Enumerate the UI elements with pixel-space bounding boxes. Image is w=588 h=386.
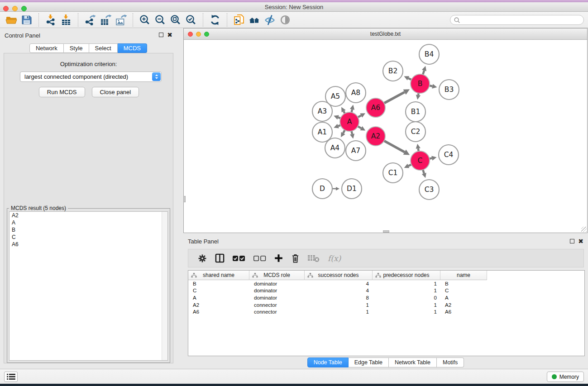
tab-style[interactable]: Style	[64, 43, 89, 53]
import-network-icon[interactable]	[43, 13, 58, 27]
show-all-icon[interactable]	[277, 13, 293, 27]
first-neighbors-icon[interactable]	[247, 13, 262, 27]
network-graph[interactable]: AA6A2BCA5A8A3A1A4A7B2B4B3B1C2C4C1C3DD1	[184, 40, 587, 233]
column-header-mcds-role[interactable]: MCDS role	[249, 271, 305, 280]
optimization-criterion-select[interactable]: largest connected component (directed)	[20, 71, 162, 82]
tab-node-table[interactable]: Node Table	[307, 357, 349, 367]
node-table[interactable]: shared nameMCDS rolesuccessor nodesprede…	[188, 270, 585, 356]
graph-node-B[interactable]: B	[411, 74, 430, 93]
mcds-result-item[interactable]: A	[10, 219, 167, 226]
minimize-window-icon[interactable]	[12, 6, 18, 11]
graph-node-A6[interactable]: A6	[366, 98, 385, 117]
tab-select[interactable]: Select	[89, 43, 118, 53]
desktop-bottom-strip	[0, 384, 588, 386]
mcds-result-list[interactable]: A2ABCA6	[9, 211, 168, 361]
mcds-result-item[interactable]: B	[10, 226, 167, 234]
graph-node-C1[interactable]: C1	[383, 163, 403, 183]
delete-column-icon[interactable]	[291, 252, 300, 265]
zoom-in-icon[interactable]	[137, 13, 153, 27]
export-image-icon[interactable]	[113, 13, 129, 27]
import-table-icon[interactable]	[58, 13, 74, 27]
function-builder-icon[interactable]: f(x)	[328, 254, 341, 263]
table-row[interactable]: Bdominator41B	[188, 280, 584, 287]
table-toolbar-icons	[194, 252, 323, 265]
float-panel-icon[interactable]	[159, 33, 163, 37]
column-header-shared-name[interactable]: shared name	[188, 271, 249, 280]
column-header-successor-nodes[interactable]: successor nodes	[305, 271, 373, 280]
mcds-result-item[interactable]: A2	[10, 212, 167, 219]
duplicate-network-icon[interactable]	[231, 13, 247, 27]
result-scrollbar[interactable]	[162, 212, 167, 360]
graph-node-B4[interactable]: B4	[419, 44, 439, 64]
graph-node-C[interactable]: C	[411, 151, 430, 170]
save-session-icon[interactable]	[19, 13, 34, 27]
add-column-icon[interactable]	[274, 252, 283, 265]
table-float-panel-icon[interactable]	[570, 239, 574, 243]
run-mcds-button[interactable]: Run MCDS	[39, 87, 85, 97]
graph-edge-A2-C[interactable]	[383, 140, 410, 155]
graph-node-A4[interactable]: A4	[325, 138, 345, 158]
settings-gear-icon[interactable]	[197, 252, 207, 265]
mcds-result-item[interactable]: C	[10, 234, 167, 241]
table-row[interactable]: Cdominator41C	[188, 287, 584, 295]
resize-grip-icon[interactable]	[581, 227, 587, 232]
graph-edge-A-A2[interactable]	[357, 126, 366, 130]
search-input[interactable]	[460, 16, 583, 24]
network-canvas[interactable]: AA6A2BCA5A8A3A1A4A7B2B4B3B1C2C4C1C3DD1	[184, 40, 587, 233]
table-close-panel-icon[interactable]: ✖	[578, 239, 583, 243]
zoom-fit-icon[interactable]	[168, 13, 183, 27]
table-row[interactable]: A2connector11A2	[188, 301, 584, 309]
network-window-titlebar[interactable]: testGlobe.txt	[184, 29, 587, 40]
network-close-icon[interactable]	[188, 32, 193, 37]
graph-node-A7[interactable]: A7	[346, 141, 366, 161]
memory-button[interactable]: Memory	[547, 372, 584, 382]
graph-node-A8[interactable]: A8	[346, 83, 366, 103]
zoom-window-icon[interactable]	[21, 6, 27, 11]
search-box[interactable]	[450, 15, 584, 25]
mcds-result-item[interactable]: A6	[10, 241, 167, 248]
close-panel-button[interactable]: Close panel	[92, 87, 139, 97]
graph-node-C2[interactable]: C2	[406, 122, 425, 142]
graph-node-B2[interactable]: B2	[383, 61, 403, 81]
network-zoom-icon[interactable]	[204, 32, 209, 37]
graph-edge-A6-B[interactable]	[383, 89, 410, 104]
zoom-selected-icon[interactable]	[183, 13, 199, 27]
deselect-all-icon[interactable]	[253, 252, 267, 265]
open-session-icon[interactable]	[4, 13, 19, 27]
show-columns-icon[interactable]	[215, 252, 225, 265]
graph-node-A1[interactable]: A1	[312, 122, 332, 142]
graph-node-A3[interactable]: A3	[312, 101, 332, 121]
tab-network[interactable]: Network	[29, 43, 64, 53]
graph-edge-B-B4[interactable]	[422, 66, 426, 76]
table-row[interactable]: Adominator80A	[188, 294, 584, 301]
column-header-name[interactable]: name	[440, 271, 487, 280]
panel-list-button[interactable]	[4, 372, 18, 382]
export-table-icon[interactable]	[98, 13, 113, 27]
table-row[interactable]: A6connector11A6	[188, 308, 584, 315]
graph-node-B1[interactable]: B1	[406, 102, 425, 122]
select-all-icon[interactable]	[232, 252, 246, 265]
graph-node-B3[interactable]: B3	[439, 80, 459, 100]
graph-node-C3[interactable]: C3	[419, 180, 439, 200]
tab-mcds[interactable]: MCDS	[118, 43, 147, 53]
tab-motifs[interactable]: Motifs	[437, 357, 464, 367]
column-header-predecessor-nodes[interactable]: predecessor nodes	[373, 271, 440, 280]
zoom-out-icon[interactable]	[153, 13, 168, 27]
export-network-icon[interactable]	[82, 13, 98, 27]
close-panel-icon[interactable]: ✖	[167, 33, 172, 37]
graph-node-D[interactable]: D	[312, 179, 332, 199]
tab-network-table[interactable]: Network Table	[389, 357, 437, 367]
horizontal-scrollbar-thumb[interactable]	[383, 230, 389, 233]
hide-selected-icon[interactable]	[262, 13, 277, 27]
graph-edge-A-A4[interactable]	[341, 129, 345, 138]
graph-node-C4[interactable]: C4	[439, 145, 459, 165]
graph-edge-A-A6[interactable]	[357, 113, 365, 118]
vertical-scrollbar-thumb[interactable]	[183, 196, 186, 202]
refresh-layout-icon[interactable]	[207, 13, 223, 27]
network-minimize-icon[interactable]	[196, 32, 201, 37]
tab-edge-table[interactable]: Edge Table	[349, 357, 389, 367]
close-window-icon[interactable]	[3, 6, 9, 11]
graph-node-A2[interactable]: A2	[366, 127, 385, 146]
graph-node-D1[interactable]: D1	[342, 179, 362, 199]
graph-node-A[interactable]: A	[340, 112, 359, 131]
